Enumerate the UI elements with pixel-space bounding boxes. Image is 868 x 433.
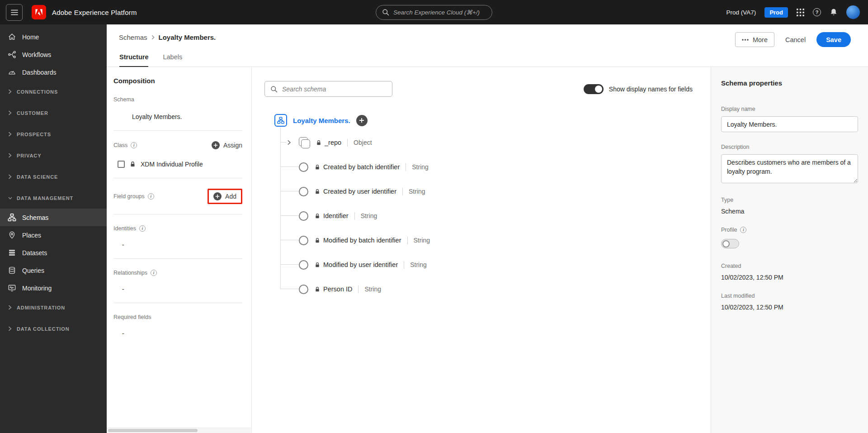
sidebar-item-workflows[interactable]: Workflows xyxy=(0,46,107,63)
add-field-group-button[interactable]: Add xyxy=(213,192,236,200)
lock-icon xyxy=(315,238,320,243)
schema-search[interactable] xyxy=(264,81,392,97)
global-search[interactable] xyxy=(376,5,492,20)
assign-class-button[interactable]: Assign xyxy=(212,141,242,149)
chevron-right-icon xyxy=(8,132,12,137)
divider xyxy=(347,139,348,147)
description-label: Description xyxy=(721,144,858,150)
apps-grid-icon[interactable] xyxy=(797,9,804,16)
field-type: String xyxy=(410,261,427,268)
sidebar-section-prospects[interactable]: PROSPECTS xyxy=(0,124,107,145)
field-type: String xyxy=(414,237,430,244)
properties-title: Schema properties xyxy=(721,79,858,87)
field-row[interactable]: Identifier String xyxy=(274,204,693,228)
environment-badge[interactable]: Prod xyxy=(764,7,788,18)
sidebar-item-monitoring[interactable]: Monitoring xyxy=(0,279,107,297)
sidebar-item-queries[interactable]: Queries xyxy=(0,262,107,279)
more-button-label: More xyxy=(753,36,768,43)
sidebar-item-home[interactable]: Home xyxy=(0,28,107,46)
info-icon[interactable]: i xyxy=(148,193,154,200)
dashboards-icon xyxy=(8,68,16,76)
info-icon[interactable]: i xyxy=(139,225,146,232)
sidebar-item-datasets[interactable]: Datasets xyxy=(0,244,107,262)
sidebar-section-data-collection[interactable]: DATA COLLECTION xyxy=(0,318,107,339)
tab-structure[interactable]: Structure xyxy=(119,53,148,67)
info-icon[interactable]: i xyxy=(151,270,157,276)
field-type: String xyxy=(412,163,429,171)
schemas-icon xyxy=(8,213,16,222)
lock-icon xyxy=(315,164,320,170)
adobe-logo[interactable] xyxy=(32,5,46,19)
field-row[interactable]: Modified by batch identifier String xyxy=(274,228,693,252)
root-node[interactable]: Loyalty Members. xyxy=(274,110,693,130)
class-item: XDM Individual Profile xyxy=(113,161,242,168)
profile-toggle[interactable] xyxy=(721,239,739,248)
plus-circle-icon xyxy=(213,192,222,200)
sidebar-section-label: CUSTOMER xyxy=(17,110,48,116)
sidebar-item-schemas[interactable]: Schemas xyxy=(0,209,107,226)
add-field-button[interactable] xyxy=(356,115,368,126)
add-button-label: Add xyxy=(225,193,236,200)
sidebar: Home Workflows Dashboards CONNECTIONS CU… xyxy=(0,24,107,433)
environment-label[interactable]: Prod (VA7) xyxy=(726,9,756,16)
class-checkbox[interactable] xyxy=(118,161,125,168)
more-dots-icon xyxy=(742,39,749,41)
chevron-right-icon xyxy=(8,153,12,158)
field-type: String xyxy=(409,188,425,195)
more-button[interactable]: More xyxy=(735,32,774,47)
chevron-right-icon xyxy=(8,174,12,179)
field-name: Identifier xyxy=(323,212,349,219)
field-type: String xyxy=(364,285,381,293)
avatar[interactable] xyxy=(846,5,860,19)
divider xyxy=(404,261,404,269)
sidebar-item-places[interactable]: Places xyxy=(0,226,107,244)
breadcrumb-schemas-link[interactable]: Schemas xyxy=(119,33,147,41)
description-textarea[interactable]: Describes customers who are members of a… xyxy=(721,154,858,183)
schema-name[interactable]: Loyalty Members. xyxy=(113,113,242,120)
chevron-right-icon xyxy=(8,305,12,310)
sidebar-section-data-management[interactable]: DATA MANAGEMENT xyxy=(0,187,107,209)
display-name-input[interactable] xyxy=(721,116,858,132)
global-search-input[interactable] xyxy=(393,9,486,16)
composition-title: Composition xyxy=(113,77,242,85)
notifications-bell-icon[interactable] xyxy=(830,8,838,16)
hamburger-menu-button[interactable] xyxy=(6,4,23,21)
cancel-button[interactable]: Cancel xyxy=(785,36,806,43)
schema-label: Schema xyxy=(113,96,242,103)
tab-labels[interactable]: Labels xyxy=(163,53,182,67)
divider xyxy=(113,214,242,214)
root-node-label[interactable]: Loyalty Members. xyxy=(293,117,350,124)
chevron-right-icon xyxy=(8,110,12,115)
field-row[interactable]: Modified by user identifier String xyxy=(274,252,693,277)
field-row[interactable]: Created by user identifier String xyxy=(274,179,693,204)
sidebar-section-administration[interactable]: ADMINISTRATION xyxy=(0,297,107,318)
field-type: String xyxy=(361,212,377,219)
display-name-label: Display name xyxy=(721,106,858,112)
field-node-icon xyxy=(299,236,308,245)
field-row[interactable]: Created by batch identifier String xyxy=(274,155,693,179)
sidebar-section-connections[interactable]: CONNECTIONS xyxy=(0,81,107,102)
help-icon[interactable]: ? xyxy=(813,8,821,16)
schema-canvas: Show display names for fields Loyalty Me… xyxy=(252,67,711,433)
sidebar-section-customer[interactable]: CUSTOMER xyxy=(0,102,107,124)
sidebar-item-label: Datasets xyxy=(22,249,47,257)
sidebar-section-privacy[interactable]: PRIVACY xyxy=(0,145,107,166)
expand-chevron-icon[interactable] xyxy=(287,140,291,146)
info-icon[interactable]: i xyxy=(131,142,137,148)
chevron-right-icon xyxy=(8,89,12,94)
chevron-down-icon xyxy=(8,196,12,200)
identities-value: - xyxy=(113,241,242,248)
field-row[interactable]: Person ID String xyxy=(274,277,693,301)
created-label: Created xyxy=(721,263,858,269)
field-name: Created by user identifier xyxy=(323,188,396,195)
sidebar-item-dashboards[interactable]: Dashboards xyxy=(0,63,107,81)
display-names-toggle[interactable] xyxy=(584,84,604,94)
sidebar-section-data-science[interactable]: DATA SCIENCE xyxy=(0,166,107,187)
field-row-repo[interactable]: _repo Object xyxy=(274,130,693,155)
info-icon[interactable]: i xyxy=(740,227,746,233)
scrollbar-thumb[interactable] xyxy=(108,429,198,432)
schema-search-input[interactable] xyxy=(282,86,387,93)
save-button[interactable]: Save xyxy=(816,32,851,47)
field-node-icon xyxy=(299,285,308,294)
sidebar-item-label: Schemas xyxy=(22,214,48,221)
